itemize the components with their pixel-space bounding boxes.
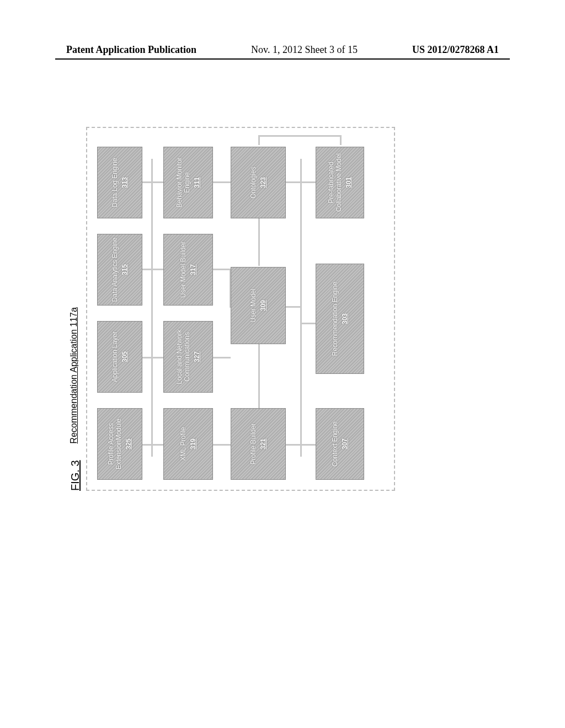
- block-title: Local and Network Communications: [175, 322, 191, 392]
- block-ref: 309: [259, 300, 267, 311]
- figure-label: FIG. 3: [69, 460, 82, 491]
- application-title: Recommendation Application 117a: [69, 307, 79, 443]
- block-app-layer: Application Layer 305: [97, 321, 142, 393]
- recommendation-app-container: Profile Access ExtensionModule 325 Appli…: [86, 127, 395, 491]
- block-local-network: Local and Network Communications 327: [163, 321, 213, 393]
- block-ref: 327: [193, 351, 201, 362]
- block-title: Behavior Monitor Engine: [175, 147, 191, 218]
- block-ref: 301: [345, 177, 353, 188]
- block-title: Profile Builder: [249, 424, 257, 465]
- block-ref: 313: [121, 177, 129, 188]
- connector: [286, 181, 301, 183]
- block-ref: 303: [341, 313, 349, 324]
- connector: [151, 159, 153, 457]
- block-title: Recommendation Engine: [331, 282, 339, 356]
- block-behavior-monitor: Behavior Monitor Engine 311: [163, 147, 213, 218]
- connector: [151, 444, 163, 446]
- connector: [213, 269, 231, 270]
- block-user-model-builder: User Model Builder 317: [163, 234, 213, 306]
- header-rule: [55, 58, 510, 60]
- block-xml-profile: XML Profile 319: [163, 408, 213, 480]
- connector: [258, 135, 341, 137]
- block-profile-builder: Profile Builder 321: [231, 408, 286, 480]
- figure-label-row: FIG. 3 Recommendation Application 117a: [69, 116, 82, 491]
- block-ontologies: Ontologies 323: [231, 147, 286, 218]
- block-ref: 315: [121, 264, 129, 275]
- page: Patent Application Publication Nov. 1, 2…: [0, 0, 565, 728]
- block-prefab-model: Pre-fabricated Collaborative Model 301: [316, 147, 364, 218]
- page-header: Patent Application Publication Nov. 1, 2…: [0, 44, 565, 56]
- block-title: Ontologies: [249, 167, 257, 198]
- block-context-engine: Context Engine 307: [316, 408, 364, 480]
- connector: [300, 159, 302, 457]
- connector: [151, 357, 163, 358]
- connector: [300, 444, 316, 446]
- connector: [300, 323, 316, 324]
- connector: [286, 306, 301, 308]
- block-ref: 325: [125, 438, 132, 449]
- block-data-analytics: Data Analytics Engine 315: [97, 234, 142, 306]
- connector: [213, 357, 231, 358]
- block-ref: 323: [259, 177, 267, 188]
- connector: [258, 211, 260, 266]
- connector: [340, 135, 342, 145]
- block-title: User Model: [249, 288, 257, 322]
- figure-area: FIG. 3 Recommendation Application 117a: [69, 116, 433, 491]
- block-recommendation-engine: Recommendation Engine 303: [316, 264, 364, 374]
- connector: [300, 181, 316, 183]
- connector: [213, 181, 231, 183]
- connector: [213, 444, 231, 446]
- block-ref: 321: [259, 438, 267, 449]
- block-ref: 307: [341, 438, 349, 449]
- header-right: US 2012/0278268 A1: [412, 44, 499, 56]
- connector: [151, 269, 163, 270]
- block-title: Data Log Engine: [111, 158, 119, 207]
- block-user-model: User Model 309: [231, 267, 286, 344]
- connector: [258, 344, 260, 410]
- block-title: Context Engine: [331, 421, 339, 467]
- block-ref: 319: [189, 438, 197, 449]
- block-ref: 311: [193, 177, 201, 188]
- block-title: Profile Access ExtensionModule: [107, 409, 122, 479]
- header-left: Patent Application Publication: [66, 44, 196, 56]
- block-title: XML Profile: [179, 427, 187, 461]
- block-title: Data Analytics Engine: [111, 238, 119, 302]
- block-title: Application Layer: [111, 331, 119, 382]
- block-profile-access: Profile Access ExtensionModule 325: [97, 408, 142, 480]
- connector: [151, 181, 163, 183]
- connector: [286, 444, 301, 446]
- header-center: Nov. 1, 2012 Sheet 3 of 15: [251, 44, 358, 56]
- block-title: Pre-fabricated Collaborative Model: [327, 147, 343, 218]
- block-ref: 305: [121, 351, 129, 362]
- block-title: User Model Builder: [179, 242, 187, 298]
- block-ref: 317: [189, 264, 197, 275]
- block-data-log: Data Log Engine 313: [97, 147, 142, 218]
